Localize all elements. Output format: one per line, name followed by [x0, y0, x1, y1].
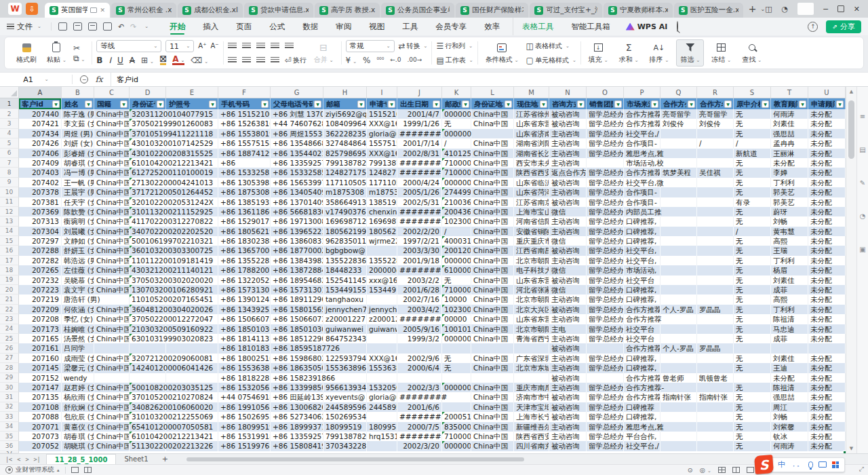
cell[interactable]: v17490376	[323, 207, 367, 216]
cell[interactable]: 留学总经办	[587, 197, 624, 207]
cell[interactable]: 被动咨询	[549, 343, 587, 353]
sidebar-more-icon[interactable]: ▣	[859, 246, 865, 253]
restore-button[interactable]	[837, 5, 844, 12]
cell[interactable]: 陕西省西安	[514, 168, 549, 177]
column-header-J[interactable]: 出生日期▼	[397, 98, 442, 109]
cell[interactable]: 杨眉	[771, 265, 808, 275]
cell[interactable]: 桂婉唯 (女	[62, 324, 94, 334]
cell[interactable]: 未分配	[808, 285, 846, 294]
filter-dropdown-button[interactable]: ▼	[52, 100, 60, 108]
cell[interactable]: +86 15026953	[218, 412, 271, 421]
cell[interactable]: gloria@uki	[367, 392, 397, 402]
cell[interactable]: 138519326	[367, 197, 397, 207]
cell[interactable]: China中国	[471, 216, 514, 226]
indent-increase-icon[interactable]	[285, 43, 294, 50]
increase-font-icon[interactable]: A⁺	[198, 42, 206, 50]
cell[interactable]: 110105200207165451	[130, 294, 166, 304]
cancel-entry-icon[interactable]: −	[80, 75, 88, 83]
filter-dropdown-button[interactable]: ▼	[209, 100, 216, 108]
column-header-D[interactable]: 身份证号▼	[130, 98, 166, 109]
cell[interactable]: 未分配	[808, 363, 846, 373]
cell[interactable]: 无	[734, 178, 771, 187]
cell[interactable]	[94, 373, 130, 383]
cell[interactable]: 无	[734, 265, 771, 275]
cell[interactable]: 153205639	[367, 383, 397, 392]
cell[interactable]: 710000	[442, 285, 471, 294]
cell[interactable]: 207152	[19, 373, 62, 383]
cell[interactable]: China中国	[94, 187, 130, 197]
menu-tab-1[interactable]: 插入	[194, 18, 227, 35]
document-tab[interactable]: S英国留学生✕	[45, 3, 110, 18]
cell[interactable]: China中国	[471, 305, 514, 314]
cell[interactable]: 135522836	[367, 256, 397, 265]
cell[interactable]	[808, 343, 846, 353]
minimize-button[interactable]: ─	[823, 5, 828, 14]
row-number[interactable]: 31	[0, 392, 19, 402]
cell[interactable]: 广东省深圳	[514, 354, 549, 363]
cell[interactable]	[660, 422, 697, 432]
ime-menu-icon[interactable]	[832, 461, 839, 468]
borders-icon[interactable]: ⊞⌄	[141, 56, 154, 64]
skin-settings-icon[interactable]: ◔	[782, 5, 789, 14]
cell[interactable]: 110112200109181419	[130, 256, 166, 265]
cell[interactable]: 重庆重庆市	[514, 236, 549, 246]
cell[interactable]: 留学总经办	[587, 276, 624, 285]
cell[interactable]	[697, 197, 734, 207]
cell[interactable]: 207409	[19, 158, 62, 168]
cell[interactable]: 370105200210270824	[130, 392, 166, 402]
column-letter-G[interactable]: G	[271, 87, 323, 98]
menu-tab-3[interactable]: 公式	[260, 18, 294, 35]
cell[interactable]	[514, 343, 549, 353]
cell[interactable]: 未分配	[808, 392, 846, 402]
print-icon[interactable]	[88, 22, 97, 31]
cell[interactable]: 雅思考点,雅	[624, 422, 660, 432]
cell[interactable]: m1875308	[323, 187, 367, 197]
cell[interactable]: 刘畅	[771, 216, 808, 226]
cell[interactable]: 合作方推荐	[624, 373, 660, 383]
cell[interactable]: China中国	[471, 246, 514, 255]
column-header-B[interactable]: 姓名▼	[62, 98, 94, 109]
row-number[interactable]: 19	[0, 276, 19, 285]
align-bottom-icon[interactable]	[256, 43, 265, 50]
cell[interactable]: 100101	[442, 324, 471, 334]
cell[interactable]: 956613934	[323, 383, 367, 392]
cell[interactable]: 湖南省长沙	[514, 149, 549, 158]
row-number[interactable]: 25	[0, 334, 19, 343]
cell[interactable]: +86 56681836	[271, 207, 323, 216]
cell[interactable]: 留学总经办	[587, 383, 624, 392]
close-button[interactable]: ✕	[854, 5, 860, 14]
cell[interactable]: 山东省东营	[514, 314, 549, 324]
cell[interactable]: 无	[734, 412, 771, 421]
sort-button[interactable]: A↓ 排序⌄	[646, 39, 673, 66]
cell[interactable]: 169698712	[323, 216, 367, 226]
cell[interactable]: China中国	[471, 285, 514, 294]
column-header-H[interactable]: 邮箱▼	[323, 98, 367, 109]
cell[interactable]: China中国	[471, 197, 514, 207]
cell[interactable]: 无	[734, 285, 771, 294]
cell[interactable]: 无	[734, 256, 771, 265]
cell[interactable]	[660, 129, 697, 138]
cell[interactable]: 唐浩轩 (男)	[62, 294, 94, 304]
cell[interactable]: 留学总经办	[587, 246, 624, 255]
cell[interactable]: 郭美艺	[771, 197, 808, 207]
cell[interactable]: jennychen7	[367, 305, 397, 314]
cell[interactable]: 155751588	[367, 138, 397, 148]
cell[interactable]: 丁利利	[771, 178, 808, 187]
filter-dropdown-button[interactable]: ▼	[540, 100, 547, 108]
cell-style-button[interactable]: ▢单元格样式⌄	[526, 56, 576, 65]
cell[interactable]: 18099519	[323, 422, 367, 432]
cell[interactable]	[734, 373, 771, 383]
cell[interactable]: China中国	[94, 334, 130, 343]
cell[interactable]: 留学总经办	[587, 334, 624, 343]
cell[interactable]: 刘紫馨	[771, 422, 808, 432]
number-format-select[interactable]: 常规⌄	[346, 40, 395, 52]
cell[interactable]: 主动咨询	[549, 294, 587, 304]
cell[interactable]	[660, 227, 697, 236]
cell[interactable]: 2002/3/20	[397, 441, 442, 451]
cell[interactable]: 留学总经办	[587, 109, 624, 119]
cell[interactable]: 青海省西宁	[514, 334, 549, 343]
cell[interactable]: 180562199	[323, 227, 367, 236]
cell[interactable]: 合作项目-	[624, 197, 660, 207]
cell[interactable]: 强思喆	[771, 392, 808, 402]
cell[interactable]	[697, 256, 734, 265]
